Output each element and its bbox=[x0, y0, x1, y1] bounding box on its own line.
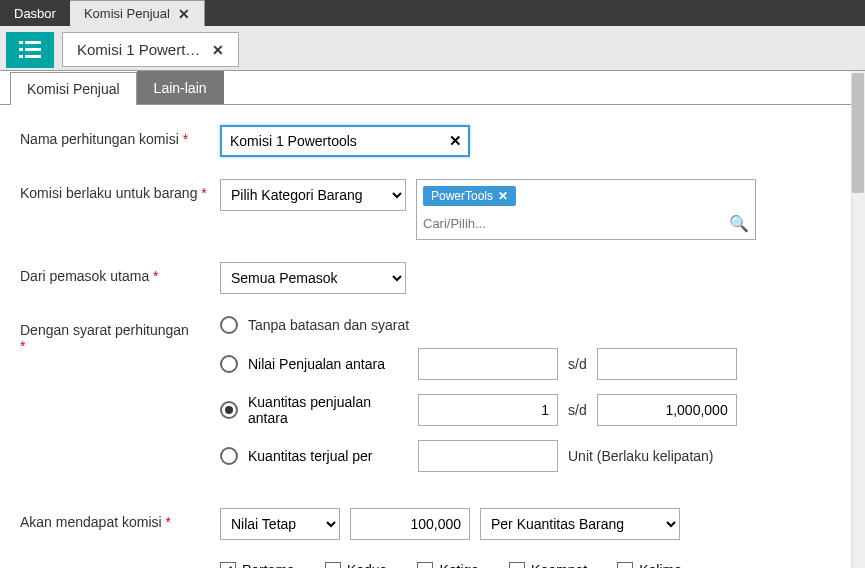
tag-box[interactable]: PowerTools ✕ 🔍 bbox=[416, 179, 756, 240]
menu-button[interactable] bbox=[6, 32, 54, 68]
scrollbar[interactable] bbox=[851, 71, 865, 568]
tab-lain-lain[interactable]: Lain-lain bbox=[137, 71, 224, 104]
tab-komisi-penjual[interactable]: Komisi Penjual ✕ bbox=[70, 0, 205, 26]
per-kuantitas-select[interactable]: Per Kuantitas Barang bbox=[480, 508, 680, 540]
sub-header: Komisi 1 Powert… ✕ bbox=[0, 26, 865, 70]
radio-tanpa-label: Tanpa batasan dan syarat bbox=[248, 317, 409, 333]
radio-nilai-label: Nilai Penjualan antara bbox=[248, 356, 408, 372]
cb-ketiga[interactable] bbox=[417, 562, 433, 568]
sub-tab-label: Komisi 1 Powert… bbox=[77, 41, 200, 58]
tab-dasbor[interactable]: Dasbor bbox=[0, 0, 70, 26]
label-urutan: Diberikan pada penjual urutan (Urutan in… bbox=[20, 562, 220, 568]
tab-komisi-penjual-form[interactable]: Komisi Penjual bbox=[10, 72, 137, 105]
tag-search-input[interactable] bbox=[423, 216, 729, 231]
radio-kuantitas[interactable] bbox=[220, 401, 238, 419]
cb-pertama[interactable] bbox=[220, 562, 236, 568]
scrollbar-thumb[interactable] bbox=[852, 73, 864, 193]
cb-keempat[interactable] bbox=[509, 562, 525, 568]
radio-terjual[interactable] bbox=[220, 447, 238, 465]
label-pemasok: Dari pemasok utama * bbox=[20, 262, 220, 284]
form-tabs: Komisi Penjual Lain-lain bbox=[0, 71, 865, 104]
label-berlaku: Komisi berlaku untuk barang * bbox=[20, 179, 220, 201]
kuantitas-from-input[interactable] bbox=[418, 394, 558, 426]
label-nama: Nama perhitungan komisi * bbox=[20, 125, 220, 147]
close-icon[interactable]: ✕ bbox=[178, 6, 190, 22]
radio-kuantitas-label: Kuantitas penjualan antara bbox=[248, 394, 408, 426]
list-icon bbox=[19, 41, 41, 59]
unit-label: Unit (Berlaku kelipatan) bbox=[568, 448, 714, 464]
label-syarat: Dengan syarat perhitungan* bbox=[20, 316, 220, 354]
svg-rect-2 bbox=[19, 48, 23, 51]
content-area: Komisi Penjual Lain-lain Nama perhitunga… bbox=[0, 70, 865, 568]
kuantitas-to-input[interactable] bbox=[597, 394, 737, 426]
svg-rect-5 bbox=[25, 55, 41, 58]
cb-kedua-item[interactable]: Kedua bbox=[325, 562, 387, 568]
radio-terjual-label: Kuantitas terjual per bbox=[248, 448, 408, 464]
svg-rect-3 bbox=[25, 48, 41, 51]
cb-keempat-item[interactable]: Keempat bbox=[509, 562, 587, 568]
terjual-input[interactable] bbox=[418, 440, 558, 472]
cb-pertama-item[interactable]: Pertama bbox=[220, 562, 295, 568]
label-akan: Akan mendapat komisi * bbox=[20, 508, 220, 530]
svg-rect-0 bbox=[19, 41, 23, 44]
tab-label: Komisi Penjual bbox=[84, 6, 170, 21]
cb-kelima[interactable] bbox=[617, 562, 633, 568]
nama-input[interactable] bbox=[220, 125, 470, 157]
pemasok-select[interactable]: Semua Pemasok bbox=[220, 262, 406, 294]
tag-powertools[interactable]: PowerTools ✕ bbox=[423, 186, 516, 206]
cb-kelima-item[interactable]: Kelima bbox=[617, 562, 682, 568]
komisi-value-input[interactable] bbox=[350, 508, 470, 540]
svg-rect-1 bbox=[25, 41, 41, 44]
tag-remove-icon[interactable]: ✕ bbox=[498, 189, 508, 203]
tag-label: PowerTools bbox=[431, 189, 493, 203]
nilai-from-input[interactable] bbox=[418, 348, 558, 380]
radio-nilai[interactable] bbox=[220, 355, 238, 373]
nilai-to-input[interactable] bbox=[597, 348, 737, 380]
radio-tanpa[interactable] bbox=[220, 316, 238, 334]
sub-tab-komisi1[interactable]: Komisi 1 Powert… ✕ bbox=[62, 32, 239, 67]
kategori-select[interactable]: Pilih Kategori Barang bbox=[220, 179, 406, 211]
close-icon[interactable]: ✕ bbox=[212, 42, 224, 58]
sd-label: s/d bbox=[568, 356, 587, 372]
search-icon[interactable]: 🔍 bbox=[729, 214, 749, 233]
nilai-tetap-select[interactable]: Nilai Tetap bbox=[220, 508, 340, 540]
svg-rect-4 bbox=[19, 55, 23, 58]
cb-kedua[interactable] bbox=[325, 562, 341, 568]
top-tab-bar: Dasbor Komisi Penjual ✕ bbox=[0, 0, 865, 26]
sd-label2: s/d bbox=[568, 402, 587, 418]
cb-ketiga-item[interactable]: Ketiga bbox=[417, 562, 479, 568]
clear-icon[interactable]: ✕ bbox=[449, 132, 462, 150]
